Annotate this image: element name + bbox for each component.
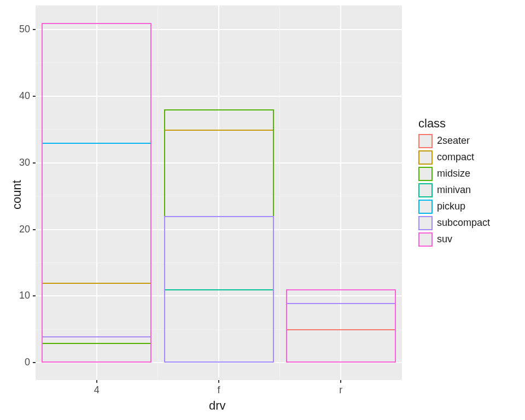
x-tick-label: r [324,384,357,396]
x-tick [340,380,341,383]
x-tick [218,380,219,383]
y-tick [33,29,36,30]
legend-label: compact [437,151,474,163]
legend-label: midsize [437,168,470,179]
legend-key [418,216,433,230]
legend-label: pickup [437,201,465,212]
x-tick [96,380,97,383]
y-tick-label: 20 [19,224,30,235]
legend-key [418,183,433,197]
y-tick [33,96,36,97]
legend-item: suv [418,232,490,247]
legend-label: 2seater [437,135,470,147]
y-tick-label: 30 [19,157,30,168]
legend: class 2seatercompactmidsizeminivanpickup… [418,116,490,249]
grid-minor-line [158,5,158,380]
x-axis-title: drv [209,399,226,413]
legend-title: class [418,116,490,131]
y-tick [33,295,36,296]
y-tick-label: 50 [19,24,30,35]
legend-item: compact [418,150,490,165]
y-tick [33,229,36,230]
legend-item: subcompact [418,216,490,230]
legend-key [418,200,433,214]
bar [286,289,396,363]
y-axis-title: count [10,180,24,209]
chart-container: 01020304050 4fr count drv class 2seaterc… [0,0,525,420]
y-tick-label: 10 [19,290,30,301]
legend-item: midsize [418,167,490,181]
legend-key [418,232,433,247]
y-tick-label: 40 [19,90,30,102]
grid-minor-line [279,5,280,380]
y-tick [33,362,36,363]
legend-item: 2seater [418,134,490,148]
y-tick-label: 0 [25,357,30,368]
y-tick [33,162,36,164]
legend-key [418,167,433,181]
legend-item: pickup [418,200,490,214]
legend-label: minivan [437,184,471,196]
legend-key [418,150,433,165]
legend-key [418,134,433,148]
bar [42,23,151,363]
legend-item: minivan [418,183,490,197]
x-tick-label: f [202,384,235,396]
x-tick-label: 4 [80,384,113,396]
legend-label: suv [437,234,452,245]
legend-label: subcompact [437,217,490,229]
bar [164,216,274,363]
